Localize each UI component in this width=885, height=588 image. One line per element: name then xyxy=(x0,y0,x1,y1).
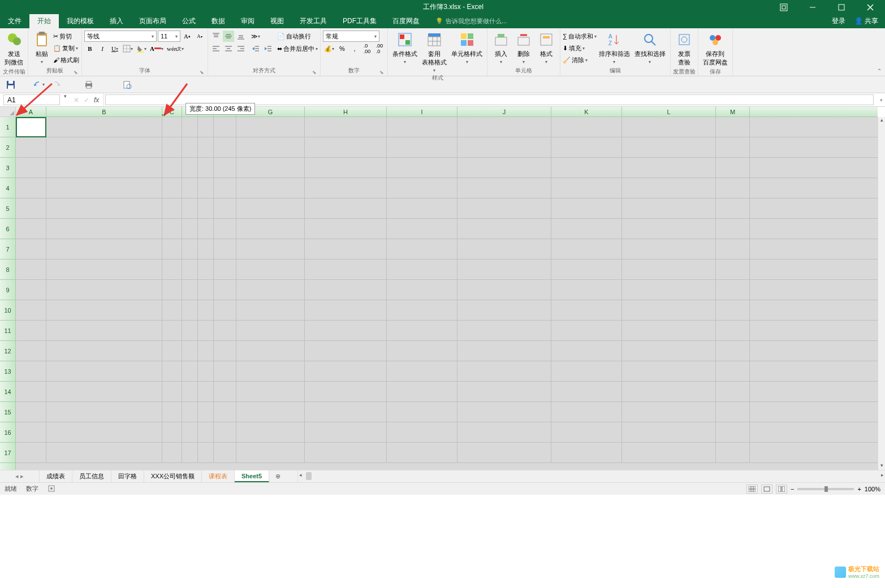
add-sheet-button[interactable]: ⊕ xyxy=(269,470,286,482)
cell[interactable] xyxy=(236,341,305,361)
cell[interactable] xyxy=(46,443,162,462)
cell[interactable] xyxy=(198,321,214,340)
cell[interactable] xyxy=(551,280,622,300)
cell[interactable] xyxy=(182,422,198,442)
cell[interactable] xyxy=(236,361,305,381)
cell[interactable] xyxy=(236,137,305,157)
cell[interactable] xyxy=(162,443,182,462)
close-button[interactable] xyxy=(857,0,883,14)
cell[interactable] xyxy=(16,402,46,422)
row-header[interactable]: 10 xyxy=(0,300,15,321)
cell[interactable] xyxy=(387,117,457,137)
cell[interactable] xyxy=(198,300,214,320)
delete-cells-button[interactable]: 删除▾ xyxy=(512,29,535,66)
cell[interactable] xyxy=(716,158,750,178)
column-header[interactable]: J xyxy=(457,107,551,116)
cell[interactable] xyxy=(622,198,716,218)
cell[interactable] xyxy=(198,382,214,401)
expand-formula-bar[interactable]: ▾ xyxy=(877,93,885,106)
decrease-decimal-button[interactable]: .00.0 xyxy=(374,43,385,54)
cell[interactable] xyxy=(46,402,162,422)
merge-center-button[interactable]: ⬌合并后居中▾ xyxy=(277,43,318,54)
select-all-button[interactable] xyxy=(0,107,16,117)
cell[interactable] xyxy=(551,198,622,218)
cell[interactable] xyxy=(622,361,716,381)
cell[interactable] xyxy=(551,361,622,381)
cell[interactable] xyxy=(551,117,622,137)
cell[interactable] xyxy=(387,361,457,381)
cell[interactable] xyxy=(46,300,162,320)
cell[interactable] xyxy=(236,178,305,198)
zoom-out-button[interactable]: − xyxy=(791,486,794,492)
cell[interactable] xyxy=(46,422,162,442)
cell[interactable] xyxy=(46,341,162,361)
cell[interactable] xyxy=(457,443,551,462)
align-middle-button[interactable] xyxy=(223,31,234,42)
cell[interactable] xyxy=(46,260,162,279)
cell[interactable] xyxy=(551,443,622,462)
column-header[interactable]: M xyxy=(716,107,750,116)
row-header[interactable]: 7 xyxy=(0,239,15,260)
cell[interactable] xyxy=(214,341,236,361)
cell[interactable] xyxy=(198,260,214,279)
cell[interactable] xyxy=(622,280,716,300)
cell[interactable] xyxy=(182,280,198,300)
launcher-icon[interactable]: ⬊ xyxy=(312,70,317,75)
cell[interactable] xyxy=(305,137,387,157)
cell[interactable] xyxy=(182,382,198,401)
cell[interactable] xyxy=(387,178,457,198)
collapse-ribbon-button[interactable]: ⌃ xyxy=(877,68,882,74)
cell[interactable] xyxy=(214,321,236,340)
cell[interactable] xyxy=(622,239,716,259)
fill-color-button[interactable]: ▾ xyxy=(135,43,148,54)
cell[interactable] xyxy=(198,422,214,442)
cell[interactable] xyxy=(162,280,182,300)
row-header[interactable]: 9 xyxy=(0,280,15,300)
cell[interactable] xyxy=(716,341,750,361)
cell[interactable] xyxy=(716,117,750,137)
cell[interactable] xyxy=(16,178,46,198)
send-to-wechat-button[interactable]: 发送 到微信 xyxy=(2,29,25,68)
cell[interactable] xyxy=(214,280,236,300)
macro-record-icon[interactable] xyxy=(48,485,55,493)
cell[interactable] xyxy=(387,260,457,279)
cell[interactable] xyxy=(162,300,182,320)
sheet-tab-5[interactable]: 课程表 xyxy=(202,470,235,482)
cell[interactable] xyxy=(387,158,457,178)
active-cell[interactable] xyxy=(16,117,46,137)
launcher-icon[interactable]: ⬊ xyxy=(200,70,204,75)
cell[interactable] xyxy=(236,158,305,178)
fill-button[interactable]: ⬇填充▾ xyxy=(563,42,597,54)
cell[interactable] xyxy=(182,361,198,381)
tab-templates[interactable]: 我的模板 xyxy=(59,14,102,28)
cell[interactable] xyxy=(182,219,198,239)
tab-home[interactable]: 开始 xyxy=(29,14,59,28)
ribbon-hint-icon[interactable] xyxy=(771,0,796,14)
cell[interactable] xyxy=(622,137,716,157)
cell[interactable] xyxy=(236,280,305,300)
cell[interactable] xyxy=(551,137,622,157)
cell[interactable] xyxy=(551,239,622,259)
cell[interactable] xyxy=(46,382,162,401)
align-left-button[interactable] xyxy=(210,43,222,54)
invoice-check-button[interactable]: 发票 查验 xyxy=(673,29,696,68)
border-button[interactable]: ▾ xyxy=(122,43,134,54)
cell[interactable] xyxy=(236,443,305,462)
cell[interactable] xyxy=(16,341,46,361)
page-layout-view-button[interactable] xyxy=(761,485,772,494)
cell[interactable] xyxy=(551,260,622,279)
cell[interactable] xyxy=(182,341,198,361)
cell[interactable] xyxy=(162,198,182,218)
cell[interactable] xyxy=(387,402,457,422)
cell[interactable] xyxy=(305,361,387,381)
cell[interactable] xyxy=(214,117,236,137)
cell[interactable] xyxy=(622,382,716,401)
cell[interactable] xyxy=(716,443,750,462)
cell[interactable] xyxy=(716,361,750,381)
increase-decimal-button[interactable]: .0.00 xyxy=(361,43,373,54)
cell[interactable] xyxy=(457,280,551,300)
cell[interactable] xyxy=(162,219,182,239)
cell[interactable] xyxy=(236,321,305,340)
cell[interactable] xyxy=(716,321,750,340)
cell[interactable] xyxy=(214,300,236,320)
